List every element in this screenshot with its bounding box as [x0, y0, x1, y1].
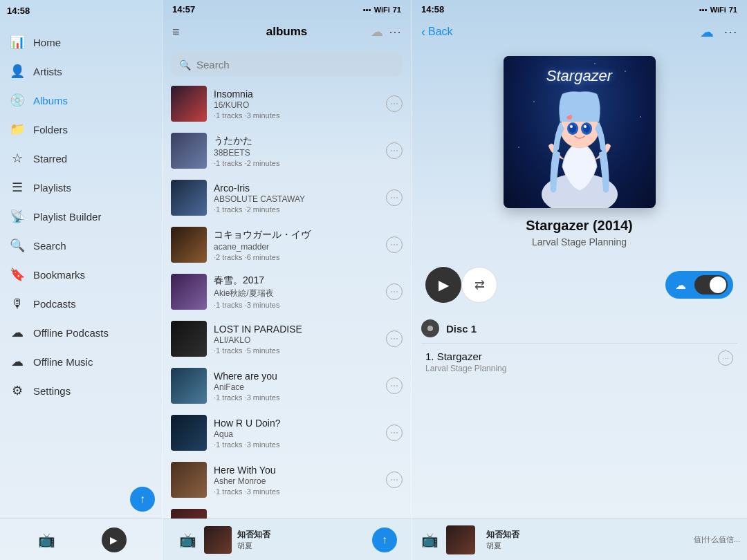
- status-icons-bottom: 值|什么值信...: [694, 534, 740, 545]
- mini-player-info-p3: 知否知否 胡夏: [481, 529, 688, 551]
- album-more-button[interactable]: ⋯: [386, 472, 403, 488]
- offline-music-icon: ☁: [10, 354, 25, 369]
- album-thumbnail: [171, 415, 207, 451]
- status-icons-p3: ▪▪▪ WiFi 71: [699, 4, 737, 15]
- album-more-button[interactable]: ⋯: [386, 377, 403, 394]
- album-cover-large: Stargazer: [504, 56, 656, 208]
- status-bar-p3: 14:58 ▪▪▪ WiFi 71: [412, 0, 747, 15]
- album-info: LOST IN PARADISE ALI/AKLO ·1 tracks ·5 m…: [214, 324, 379, 355]
- cover-character: [524, 91, 635, 208]
- list-item[interactable]: LOST IN PARADISE ALI/AKLO ·1 tracks ·5 m…: [163, 315, 411, 362]
- more-options-button[interactable]: ⋯: [389, 24, 401, 39]
- status-bar-p2: 14:57 ▪▪▪ WiFi 71: [163, 0, 411, 15]
- scroll-up-button-p2[interactable]: ↑: [372, 528, 397, 552]
- sidebar-item-folders[interactable]: 📁 Folders: [0, 115, 162, 144]
- artists-icon: 👤: [10, 64, 25, 79]
- album-thumbnail: [171, 86, 207, 122]
- cast-icon-p3[interactable]: 📺: [418, 529, 441, 551]
- download-toggle[interactable]: ☁: [665, 271, 733, 299]
- list-item[interactable]: Sweet but Psycho ⋯: [163, 503, 411, 519]
- search-input[interactable]: [196, 59, 394, 71]
- sidebar-item-offline-music[interactable]: ☁ Offline Music: [0, 347, 162, 376]
- disc-center: [427, 326, 433, 331]
- album-more-button[interactable]: ⋯: [386, 189, 403, 206]
- mini-player-info: 知否知否 胡夏: [237, 529, 270, 551]
- album-thumbnail: [171, 227, 207, 263]
- bottom-bar-p1: 📺 ▶ ↑: [0, 519, 162, 560]
- scroll-up-button-p1[interactable]: ↑: [130, 487, 155, 512]
- home-icon: 📊: [10, 35, 25, 50]
- cast-icon-p2[interactable]: 📺: [176, 529, 199, 551]
- track-item[interactable]: 1. Stargazer Larval Stage Planning ⋯: [421, 343, 737, 380]
- track-more-button[interactable]: ⋯: [718, 351, 733, 366]
- cloud-download-icon[interactable]: ☁: [700, 24, 714, 40]
- toggle-switch[interactable]: [694, 275, 728, 295]
- cloud-button[interactable]: ☁: [371, 24, 383, 39]
- download-icon: ☁: [671, 275, 690, 295]
- list-item[interactable]: うたかた 38BEETS ·1 tracks ·2 minutes ⋯: [163, 127, 411, 174]
- chevron-left-icon: ‹: [421, 25, 425, 39]
- bookmarks-icon: 🔖: [10, 267, 25, 282]
- album-more-button[interactable]: ⋯: [386, 95, 403, 112]
- album-info: Where are you AniFace ·1 tracks ·3 minut…: [214, 371, 379, 402]
- sidebar-item-albums[interactable]: 💿 Albums: [0, 86, 162, 115]
- album-cover-section: Stargazer: [412, 49, 747, 259]
- play-button-p1[interactable]: ▶: [102, 528, 127, 552]
- sidebar-item-home[interactable]: 📊 Home: [0, 28, 162, 57]
- offline-podcasts-icon: ☁: [10, 325, 25, 340]
- list-item[interactable]: コキョウガール・イヴ acane_madder ·2 tracks ·6 min…: [163, 221, 411, 268]
- album-info: コキョウガール・イヴ acane_madder ·2 tracks ·6 min…: [214, 229, 379, 261]
- album-more-button[interactable]: ⋯: [386, 142, 403, 159]
- toggle-knob: [710, 277, 726, 293]
- panel3-header: ‹ Back ☁ ⋯: [412, 15, 747, 49]
- album-more-button[interactable]: ⋯: [386, 330, 403, 347]
- sidebar-item-search[interactable]: 🔍 Search: [0, 231, 162, 260]
- album-more-button[interactable]: ⋯: [386, 236, 403, 253]
- album-detail-panel: 14:58 ▪▪▪ WiFi 71 ‹ Back ☁ ⋯ Stargazer: [411, 0, 747, 560]
- menu-button[interactable]: ≡: [172, 25, 180, 39]
- back-button[interactable]: ‹ Back: [421, 25, 453, 39]
- sidebar-item-bookmarks[interactable]: 🔖 Bookmarks: [0, 260, 162, 289]
- list-item[interactable]: Here With You Asher Monroe ·1 tracks ·3 …: [163, 456, 411, 503]
- album-info: How R U Doin? Aqua ·1 tracks ·3 minutes: [214, 418, 379, 449]
- svg-point-7: [570, 125, 573, 128]
- disc-label: Disc 1: [446, 323, 477, 335]
- list-item[interactable]: How R U Doin? Aqua ·1 tracks ·3 minutes …: [163, 409, 411, 456]
- status-icons-p2: ▪▪▪ WiFi 71: [363, 4, 401, 15]
- track-info: 1. Stargazer Larval Stage Planning: [425, 351, 718, 373]
- play-button-main[interactable]: ▶: [425, 267, 461, 303]
- album-thumbnail: [171, 133, 207, 169]
- shuffle-button[interactable]: ⇄: [461, 267, 497, 303]
- sidebar-item-podcasts[interactable]: 🎙 Podcasts: [0, 289, 162, 318]
- cast-icon-p1[interactable]: 📺: [36, 529, 58, 551]
- sidebar-item-starred[interactable]: ☆ Starred: [0, 144, 162, 173]
- nav-list: 📊 Home 👤 Artists 💿 Albums 📁 Folders ☆ St…: [0, 21, 162, 519]
- list-item[interactable]: Arco-Iris ABSOLUTE CASTAWAY ·1 tracks ·2…: [163, 174, 411, 221]
- album-thumbnail: [171, 321, 207, 357]
- list-item[interactable]: Insomnia 16/KURO ·1 tracks ·3 minutes ⋯: [163, 80, 411, 127]
- albums-icon: 💿: [10, 93, 25, 108]
- starred-icon: ☆: [10, 151, 25, 166]
- sidebar-item-playlist-builder[interactable]: 📡 Playlist Builder: [0, 202, 162, 231]
- sidebar-item-playlists[interactable]: ☰ Playlists: [0, 173, 162, 202]
- bottom-bar-p2: 📺 知否知否 胡夏 ↑: [163, 519, 411, 560]
- album-thumbnail: [171, 180, 207, 216]
- panel2-header: ≡ albums ☁ ⋯: [163, 15, 411, 49]
- disc-header: Disc 1: [421, 314, 737, 343]
- more-options-button-p3[interactable]: ⋯: [723, 24, 737, 40]
- disc-icon: [421, 319, 439, 337]
- header-right-buttons: ☁ ⋯: [700, 24, 737, 40]
- album-info: うたかた 38BEETS ·1 tracks ·2 minutes: [214, 135, 379, 167]
- search-icon: 🔍: [10, 238, 25, 253]
- list-item[interactable]: 春雪。2017 Akie秋絵/夏瑞夜 ·1 tracks ·3 minutes …: [163, 268, 411, 315]
- search-bar-icon: 🔍: [179, 59, 191, 71]
- search-bar[interactable]: 🔍: [171, 53, 403, 76]
- sidebar-item-settings[interactable]: ⚙ Settings: [0, 376, 162, 405]
- sidebar-item-artists[interactable]: 👤 Artists: [0, 57, 162, 86]
- album-more-button[interactable]: ⋯: [386, 283, 403, 300]
- sidebar-item-offline-podcasts[interactable]: ☁ Offline Podcasts: [0, 318, 162, 347]
- album-more-button[interactable]: ⋯: [386, 424, 403, 441]
- playlists-icon: ☰: [10, 180, 25, 195]
- cover-title-text: Stargazer: [504, 67, 656, 85]
- list-item[interactable]: Where are you AniFace ·1 tracks ·3 minut…: [163, 362, 411, 409]
